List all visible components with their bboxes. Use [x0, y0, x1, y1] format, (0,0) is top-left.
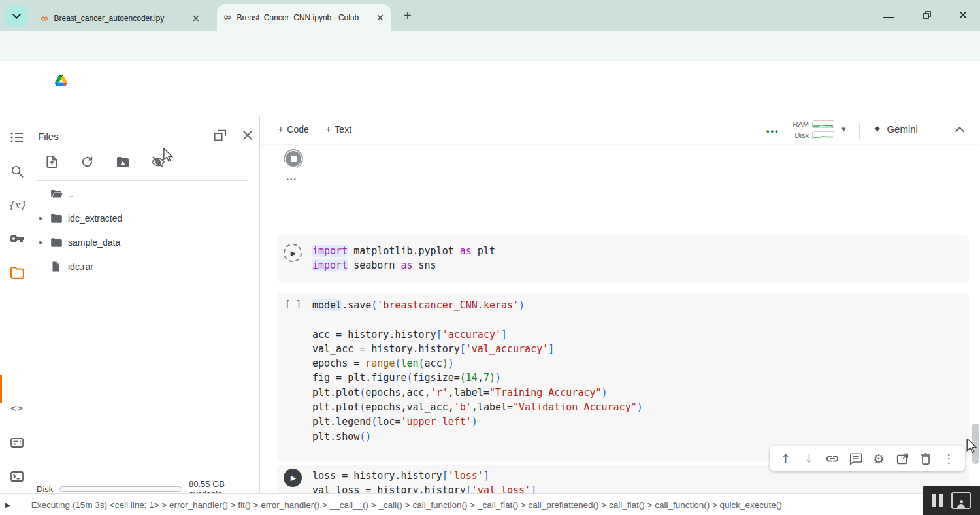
notebook-area: + Code + Text ••• RAM Disk ▾ ✦ Gemini [260, 116, 980, 493]
search-button[interactable] [8, 163, 25, 180]
mount-drive-icon [115, 154, 131, 170]
variables-button[interactable]: {x} [8, 197, 25, 214]
secrets-button[interactable] [8, 230, 25, 247]
colab-favicon: ∞ [41, 14, 49, 24]
add-text-label: Text [335, 124, 351, 135]
code-editor[interactable]: model.save('breastcancer_CNN.keras') acc… [277, 293, 969, 444]
tab-title: Breast_Cancer_CNN.ipynb - Colab [237, 13, 371, 22]
close-icon [240, 128, 255, 142]
tree-item-parent-dir[interactable]: .. [33, 182, 255, 206]
tree-item-sample-data[interactable]: ▸ sample_data [33, 230, 255, 254]
add-comment-button[interactable] [849, 452, 863, 466]
execution-status-text: Executing (15m 3s) <cell line: 1> > erro… [31, 500, 782, 510]
window-close-button[interactable]: × [958, 7, 968, 22]
open-folder-icon [50, 188, 63, 201]
move-cell-up-button[interactable]: ↑ [779, 452, 793, 466]
files-toolbar [44, 152, 165, 171]
tree-item-label: .. [68, 189, 73, 199]
terminal-button[interactable] [8, 468, 25, 485]
command-palette-button[interactable] [8, 434, 25, 451]
tree-item-idc-extracted[interactable]: ▸ idc_extracted [33, 206, 255, 230]
files-button-active[interactable] [8, 264, 25, 281]
key-icon [9, 231, 25, 246]
close-icon[interactable]: × [191, 12, 200, 24]
upload-file-icon [44, 154, 59, 169]
table-of-contents-button[interactable] [8, 129, 25, 146]
upload-file-button[interactable] [44, 154, 59, 169]
toc-icon [9, 129, 25, 145]
ram-label: RAM [791, 120, 809, 128]
disk-usage-bar [59, 486, 182, 492]
folder-icon [9, 265, 25, 281]
search-icon [10, 164, 25, 179]
pause-recording-button[interactable] [932, 494, 943, 507]
browser-tab-strip: ∞ Breast_cancer_autoencoder.ipy × ∞ Brea… [0, 0, 980, 31]
webcam-thumbnail[interactable] [951, 492, 971, 509]
restore-icon [921, 9, 933, 21]
status-bar: ▶ Executing (15m 3s) <cell line: 1> > er… [0, 493, 980, 515]
colab-header: Breast_Cancer_CNN.ipynb ☆ File Edit View… [0, 61, 980, 116]
cell-settings-button[interactable]: ⚙ [872, 452, 886, 466]
expand-caret-icon[interactable]: ▸ [33, 214, 50, 222]
run-cell-button[interactable]: ▶ [284, 469, 302, 487]
disk-label: Disk [791, 131, 809, 139]
cell-toolbar: ↑ ↓ ⚙ ⋮ [770, 446, 965, 471]
cell-more-actions-button[interactable]: ⋮ [941, 452, 956, 466]
drive-icon [55, 75, 67, 86]
refresh-files-button[interactable] [80, 154, 95, 169]
mouse-cursor [965, 439, 979, 454]
browser-tab-cnn-active[interactable]: ∞ Breast_Cancer_CNN.ipynb - Colab × [217, 4, 391, 31]
gemini-button[interactable]: ✦ Gemini [873, 123, 918, 135]
code-snippets-button[interactable]: <> [8, 400, 25, 417]
status-expander-button[interactable]: ▶ [5, 501, 10, 508]
tree-item-idc-rar[interactable]: idc.rar [33, 254, 255, 278]
collapse-header-button[interactable] [953, 123, 967, 137]
comment-icon [849, 452, 863, 466]
output-loading-ellipsis: ... [286, 171, 297, 183]
background-execution-indicator: ••• [766, 126, 779, 136]
open-cell-in-tab-button[interactable] [895, 452, 909, 466]
resources-button[interactable]: RAM Disk [791, 120, 834, 139]
left-icon-rail: {x} <> [0, 116, 33, 493]
browser-toolbar: colab.research.google.com/drive/1IOW9iRJ… [0, 31, 980, 61]
add-code-button[interactable]: + Code [278, 124, 309, 135]
copy-link-to-cell-button[interactable] [825, 452, 840, 466]
folder-icon [50, 212, 63, 225]
screen-recorder-overlay [923, 486, 980, 515]
close-icon[interactable]: × [376, 12, 384, 24]
gemini-label: Gemini [887, 124, 918, 135]
stop-execution-button[interactable] [284, 149, 303, 169]
code-cell-imports[interactable]: ▶ import matplotlib.pyplot as pltimport … [277, 235, 969, 283]
open-in-new-window-icon [213, 128, 227, 142]
resources-dropdown-icon[interactable]: ▾ [841, 124, 846, 134]
delete-cell-button[interactable] [919, 452, 933, 466]
mount-drive-button[interactable] [115, 154, 130, 169]
execution-count-gutter: [ ] [285, 299, 301, 309]
window-restore-button[interactable] [921, 9, 933, 21]
divider [37, 180, 248, 181]
toolbar-separator [941, 123, 941, 139]
plus-icon: + [325, 124, 331, 135]
window-minimize-button[interactable] [883, 7, 894, 18]
new-tab-button[interactable]: + [404, 8, 412, 24]
code-cell-plot-accuracy[interactable]: [ ] model.save('breastcancer_CNN.keras')… [277, 293, 969, 461]
popout-panel-button[interactable] [213, 128, 227, 142]
chevron-up-icon [953, 123, 967, 137]
tab-title: Breast_cancer_autoencoder.ipy [54, 14, 187, 23]
stop-icon [286, 151, 301, 167]
add-text-button[interactable]: + Text [325, 124, 351, 135]
code-editor[interactable]: import matplotlib.pyplot as pltimport se… [277, 235, 969, 273]
link-icon [825, 452, 840, 466]
chevron-down-icon [12, 10, 21, 19]
folder-icon [50, 236, 63, 249]
tab-search-button[interactable] [5, 5, 27, 27]
mouse-cursor [162, 148, 175, 163]
file-icon [50, 260, 63, 273]
run-cell-button-queued[interactable]: ▶ [284, 244, 302, 262]
close-panel-button[interactable] [240, 128, 255, 142]
expand-caret-icon[interactable]: ▸ [33, 238, 50, 246]
trash-icon [919, 452, 933, 466]
browser-tab-autoencoder[interactable]: ∞ Breast_cancer_autoencoder.ipy × [34, 7, 206, 30]
move-cell-down-button[interactable]: ↓ [802, 452, 816, 466]
person-icon [957, 500, 965, 508]
